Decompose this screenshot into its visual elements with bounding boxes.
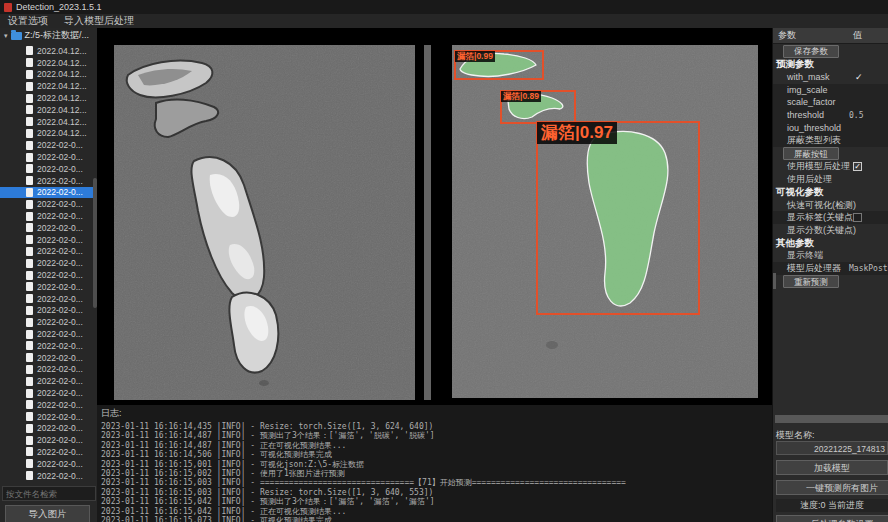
- tree-item[interactable]: 2022-02-0...: [0, 187, 93, 199]
- param-row[interactable]: 使用模型后处理✓: [773, 161, 888, 174]
- tree-item[interactable]: 2022-02-0...: [0, 139, 93, 151]
- tree-item[interactable]: 2022-02-0...: [0, 364, 93, 376]
- tree-item-label: 2022.04.12...: [37, 93, 87, 103]
- tree-item[interactable]: 2022-02-0...: [0, 328, 93, 340]
- param-row[interactable]: threshold0.5: [773, 109, 888, 122]
- tree-item[interactable]: 2022-02-0...: [0, 423, 93, 435]
- tree-item[interactable]: 2022.04.12...: [0, 116, 93, 128]
- file-icon: [26, 82, 33, 91]
- progress-bar: [775, 415, 888, 423]
- file-icon: [26, 164, 33, 173]
- param-row[interactable]: 显示终端: [773, 250, 888, 263]
- param-row[interactable]: 显示标签(关键点): [773, 211, 888, 224]
- param-button[interactable]: 保存参数: [783, 45, 839, 58]
- tree-item[interactable]: 2022-02-0...: [0, 293, 93, 305]
- file-icon: [26, 235, 33, 244]
- param-row[interactable]: 使用后处理: [773, 173, 888, 186]
- tree-item-label: 2022-02-0...: [37, 246, 83, 256]
- param-row[interactable]: 模型后处理器MaskPostPro: [773, 262, 888, 275]
- param-label: 使用后处理: [787, 173, 832, 186]
- tree-item[interactable]: 2022.04.12...: [0, 69, 93, 81]
- prediction-image-panel[interactable]: 漏箔|0.99漏箔|0.89漏箔|0.97: [452, 45, 758, 398]
- tree-item[interactable]: 2022-02-0...: [0, 198, 93, 210]
- param-row[interactable]: with_mask✓: [773, 71, 888, 84]
- tree-root[interactable]: ▾ Z:/5-标注数据/...: [0, 28, 97, 43]
- param-row[interactable]: iou_threshold: [773, 121, 888, 134]
- tree-item[interactable]: 2022-02-0...: [0, 399, 93, 411]
- tree-item-label: 2022-02-0...: [37, 447, 83, 457]
- param-row[interactable]: scale_factor: [773, 96, 888, 109]
- source-image: [114, 45, 415, 400]
- menu-item[interactable]: 设置选项: [8, 14, 48, 28]
- param-button[interactable]: 屏蔽按钮: [783, 147, 839, 160]
- param-row[interactable]: 显示分数(关键点): [773, 224, 888, 237]
- file-icon: [26, 129, 33, 138]
- log-line: 2023-01-11 16:16:15,003 |INFO| - =======…: [101, 478, 772, 487]
- model-name-field[interactable]: 20221225_174813: [776, 441, 888, 455]
- import-images-button[interactable]: 导入图片: [5, 505, 90, 522]
- tree-item[interactable]: 2022-02-0...: [0, 175, 93, 187]
- tree-item[interactable]: 2022-02-0...: [0, 387, 93, 399]
- file-icon: [26, 306, 33, 315]
- tree-item-label: 2022-02-0...: [37, 187, 83, 197]
- param-label: img_scale: [787, 85, 828, 95]
- postprocess-settings-button[interactable]: 后处理参数设置: [776, 515, 888, 522]
- file-icon: [26, 176, 33, 185]
- tree-item[interactable]: 2022.04.12...: [0, 80, 93, 92]
- tree-item[interactable]: 2022.04.12...: [0, 128, 93, 140]
- tree-item-label: 2022-02-0...: [37, 270, 83, 280]
- param-button-row: 保存参数: [773, 44, 888, 58]
- tree-item[interactable]: 2022-02-0...: [0, 257, 93, 269]
- log-line: 2023-01-11 16:16:15,042 |INFO| - 预测出了3个结…: [101, 497, 772, 506]
- tree-item[interactable]: 2022.04.12...: [0, 45, 93, 57]
- param-button[interactable]: 重新预测: [783, 275, 839, 288]
- tree-item-label: 2022-02-0...: [37, 317, 83, 327]
- tree-item[interactable]: 2022.04.12...: [0, 92, 93, 104]
- tree-item-label: 2022-02-0...: [37, 459, 83, 469]
- tree-item[interactable]: 2022.04.12...: [0, 57, 93, 69]
- tree-item[interactable]: 2022-02-0...: [0, 446, 93, 458]
- tree-item[interactable]: 2022-02-0...: [0, 163, 93, 175]
- tree-item[interactable]: 2022-02-0...: [0, 458, 93, 470]
- tree-item[interactable]: 2022-02-0...: [0, 316, 93, 328]
- file-icon: [26, 318, 33, 327]
- tree-item[interactable]: 2022-02-0...: [0, 210, 93, 222]
- checkbox-checked-icon[interactable]: ✓: [853, 162, 862, 171]
- source-image-panel[interactable]: [114, 45, 415, 400]
- file-icon: [26, 271, 33, 280]
- file-icon: [26, 377, 33, 386]
- search-input[interactable]: [2, 486, 96, 501]
- tree-item[interactable]: 2022-02-0...: [0, 470, 93, 482]
- panel-scrollbar[interactable]: [773, 273, 776, 289]
- tree-item[interactable]: 2022-02-0...: [0, 411, 93, 423]
- tree-item[interactable]: 2022.04.12...: [0, 104, 93, 116]
- file-icon: [26, 459, 33, 468]
- predict-all-button[interactable]: 一键预测所有图片: [776, 480, 888, 495]
- tree-item[interactable]: 2022-02-0...: [0, 281, 93, 293]
- param-row[interactable]: 屏蔽类型列表: [773, 134, 888, 147]
- tree-item[interactable]: 2022-02-0...: [0, 352, 93, 364]
- tree-item-label: 2022.04.12...: [37, 105, 87, 115]
- file-icon: [26, 330, 33, 339]
- load-model-button[interactable]: 加载模型: [776, 460, 888, 475]
- tree-item[interactable]: 2022-02-0...: [0, 375, 93, 387]
- param-row[interactable]: 快速可视化(检测): [773, 199, 888, 212]
- tree-item-label: 2022-02-0...: [37, 282, 83, 292]
- param-label: 快速可视化(检测): [787, 199, 856, 212]
- param-row[interactable]: img_scale: [773, 84, 888, 97]
- tree-item[interactable]: 2022-02-0...: [0, 246, 93, 258]
- file-icon: [26, 353, 33, 362]
- tree-item-label: 2022-02-0...: [37, 471, 83, 481]
- tree-item[interactable]: 2022-02-0...: [0, 434, 93, 446]
- tree-item[interactable]: 2022-02-0...: [0, 234, 93, 246]
- tree-item[interactable]: 2022-02-0...: [0, 151, 93, 163]
- tree-item[interactable]: 2022-02-0...: [0, 305, 93, 317]
- log-line: 2023-01-11 16:16:15,073 |INFO| - 可视化预测结果…: [101, 516, 772, 522]
- file-icon: [26, 341, 33, 350]
- tree-item[interactable]: 2022-02-0...: [0, 340, 93, 352]
- tree-item[interactable]: 2022-02-0...: [0, 269, 93, 281]
- tree-item-label: 2022-02-0...: [37, 435, 83, 445]
- tree-item[interactable]: 2022-02-0...: [0, 222, 93, 234]
- checkbox-unchecked-icon[interactable]: [853, 213, 862, 222]
- menu-item[interactable]: 导入模型后处理: [64, 14, 134, 28]
